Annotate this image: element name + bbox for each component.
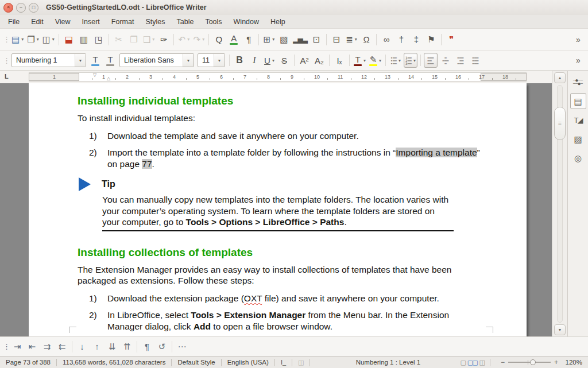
underline-button[interactable]: U <box>262 53 276 68</box>
paragraph-style-dropdown-arrow[interactable]: ▼ <box>75 54 86 67</box>
demote-with-subpoints-button[interactable]: ⇉ <box>40 339 54 354</box>
zoom-slider-handle[interactable] <box>530 359 536 365</box>
scrollbar-thumb[interactable] <box>554 107 566 140</box>
sidebar-navigator-button[interactable]: ◎ <box>570 150 586 166</box>
sidebar-properties-button[interactable]: ▤ <box>570 93 586 109</box>
status-language[interactable]: English (USA) <box>227 359 269 366</box>
sidebar-settings-button[interactable]: ─●── ──●─ <box>570 74 586 90</box>
menu-styles[interactable]: Styles <box>140 16 171 28</box>
move-down-with-subpoints-button[interactable]: ⇊ <box>105 339 119 354</box>
cut-button[interactable]: ✂ <box>112 32 126 47</box>
page-number-field[interactable]: 77 <box>142 159 152 169</box>
align-center-button[interactable]: ━ ━━━ ━ <box>439 53 452 68</box>
status-page-style[interactable]: Default Style <box>177 359 215 366</box>
horizontal-ruler[interactable]: L 1 123456789101112131415161718 ▽ △ <box>0 71 552 84</box>
menu-window[interactable]: Window <box>228 16 265 28</box>
zoom-slider[interactable]: − + <box>501 358 558 366</box>
cross-reference-field[interactable]: Importing a template <box>396 148 477 157</box>
insert-bookmark-button[interactable]: ⚑ <box>424 32 438 47</box>
bold-button[interactable]: B <box>233 53 246 68</box>
clone-formatting-button[interactable]: ✑ <box>157 32 171 47</box>
scroll-up-button[interactable]: ▲ <box>554 72 566 83</box>
paste-button[interactable]: ❑ <box>142 32 156 47</box>
menu-edit[interactable]: Edit <box>25 16 49 28</box>
hanging-indent-marker[interactable]: △ <box>107 76 110 81</box>
multi-page-view-icon[interactable]: ▢▢ <box>467 359 477 366</box>
menu-help[interactable]: Help <box>265 16 291 28</box>
menu-format[interactable]: Format <box>106 16 140 28</box>
demote-one-level-button[interactable]: ⇥ <box>10 339 24 354</box>
bullets-numbering-dialog-button[interactable]: ⋯ <box>175 339 189 354</box>
insert-unnumbered-entry-button[interactable]: ¶ <box>140 339 154 354</box>
align-left-button[interactable]: ━━━ ━━ ━━━ <box>424 53 438 68</box>
menu-table[interactable]: Table <box>171 16 199 28</box>
status-word-count[interactable]: 113,658 words, 651,028 characters <box>63 359 165 366</box>
special-character-button[interactable]: Ω <box>359 32 373 47</box>
menu-insert[interactable]: Insert <box>76 16 106 28</box>
toolbar-grip[interactable]: ⋮ <box>3 339 9 354</box>
print-preview-button[interactable]: ◳ <box>92 32 106 47</box>
sidebar-styles-button[interactable]: T◢ <box>570 112 586 128</box>
toolbar-more-button[interactable]: » <box>571 53 585 68</box>
insert-chart-button[interactable]: ▂▅▃ <box>292 32 308 47</box>
insert-field-button[interactable]: ≣ <box>345 32 358 47</box>
font-name-combobox[interactable]: Liberation Sans ▼ <box>119 53 194 67</box>
toolbar-grip[interactable]: ⋮ <box>3 32 9 47</box>
insert-footnote-button[interactable]: † <box>394 32 408 47</box>
insert-mode-indicator[interactable]: I_ <box>281 359 286 366</box>
vertical-scrollbar[interactable]: ▲ ▼ <box>552 71 567 336</box>
strikethrough-button[interactable]: S <box>277 53 291 68</box>
book-view-icon[interactable]: ◫ <box>479 359 484 366</box>
menu-view[interactable]: View <box>49 16 76 28</box>
justify-button[interactable]: ━━━ ━━━ ━━━ <box>469 53 482 68</box>
document-modified-indicator[interactable]: ◫ <box>298 359 304 366</box>
maximize-button[interactable]: □ <box>29 3 38 13</box>
highlight-color-button[interactable]: ✎ <box>368 53 382 68</box>
move-up-button[interactable]: ↑ <box>90 339 104 354</box>
zoom-in-icon[interactable]: + <box>554 358 558 366</box>
open-file-button[interactable]: ❐ <box>26 32 40 47</box>
copy-button[interactable]: ❐ <box>127 32 141 47</box>
insert-textbox-button[interactable]: ⊡ <box>310 32 323 47</box>
move-up-with-subpoints-button[interactable]: ⇈ <box>120 339 134 354</box>
font-size-dropdown-arrow[interactable]: ▼ <box>214 54 225 67</box>
status-page-number[interactable]: Page 73 of 388 <box>6 359 51 366</box>
new-document-button[interactable]: ▤ <box>10 32 25 47</box>
print-button[interactable]: ▥ <box>77 32 91 47</box>
sidebar-gallery-button[interactable]: ▨ <box>570 131 586 147</box>
update-style-button[interactable]: T <box>88 53 102 68</box>
restart-numbering-button[interactable]: ↺ <box>155 339 169 354</box>
promote-with-subpoints-button[interactable]: ⇇ <box>55 339 69 354</box>
insert-hyperlink-button[interactable]: ∞ <box>380 32 393 47</box>
tab-stop-type-selector[interactable]: L <box>5 73 9 80</box>
superscript-button[interactable]: A² <box>297 53 311 68</box>
first-line-indent-marker[interactable]: ▽ <box>93 73 96 78</box>
document-page[interactable]: Installing individual templates To insta… <box>29 83 527 336</box>
align-right-button[interactable]: ━━━ ━━ ━━━ <box>454 53 467 68</box>
font-color-button[interactable]: T <box>353 53 367 68</box>
new-style-button[interactable]: T <box>103 53 117 68</box>
ordered-list-button[interactable]: 1━━ 2━━ 3━━ <box>404 53 417 68</box>
toolbar-more-button[interactable]: » <box>571 32 585 47</box>
single-page-view-icon[interactable]: ▢ <box>460 359 465 366</box>
toolbar-grip[interactable]: ⋮ <box>3 53 9 68</box>
menu-tools[interactable]: Tools <box>199 16 227 28</box>
zoom-level[interactable]: 120% <box>563 359 582 366</box>
move-down-button[interactable]: ↓ <box>75 339 89 354</box>
scroll-down-button[interactable]: ▼ <box>554 324 566 335</box>
bullet-list-button[interactable]: •━━ •━━ •━━ <box>389 53 403 68</box>
title-bar[interactable]: ✕−□ GS50-GettingStartedLO.odt - LibreOff… <box>0 0 588 15</box>
subscript-button[interactable]: A₂ <box>312 53 326 68</box>
insert-table-button[interactable]: ⊞ <box>262 32 276 47</box>
insert-image-button[interactable]: ▧ <box>277 32 291 47</box>
zoom-out-icon[interactable]: − <box>501 358 505 366</box>
clear-formatting-button[interactable]: Iₓ <box>332 53 346 68</box>
font-name-dropdown-arrow[interactable]: ▼ <box>183 54 194 67</box>
close-button[interactable]: ✕ <box>3 3 13 13</box>
status-outline-level[interactable]: Numbering 1 : Level 1 <box>356 359 421 366</box>
menu-file[interactable]: File <box>2 16 25 28</box>
page-break-button[interactable]: ⊟ <box>330 32 343 47</box>
italic-button[interactable]: I <box>247 53 261 68</box>
insert-comment-button[interactable]: ❞ <box>444 32 458 47</box>
redo-button[interactable]: ↷ <box>192 32 206 47</box>
